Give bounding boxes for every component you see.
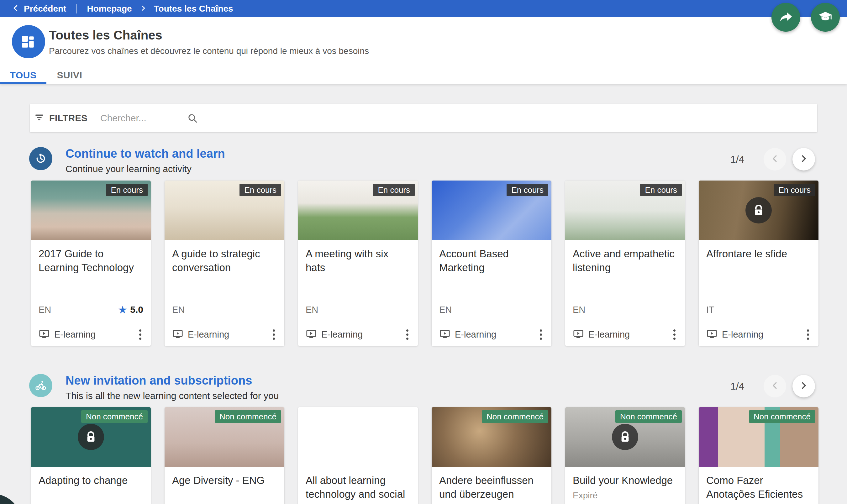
- chevron-left-icon: [12, 4, 20, 14]
- card-menu-button[interactable]: [267, 325, 281, 344]
- status-badge: Non commencé: [615, 410, 682, 423]
- course-card[interactable]: Non commencé Build your Knowledge Expiré: [565, 407, 685, 504]
- continue-card-row: En cours 2017 Guide to Learning Technolo…: [31, 181, 818, 346]
- card-title: All about learning technology and social…: [298, 467, 418, 504]
- card-title: Affrontare le sfide: [699, 240, 818, 261]
- course-type-label: E-learning: [455, 329, 496, 340]
- carousel-next-button[interactable]: [792, 148, 815, 170]
- status-badge: En cours: [106, 184, 148, 196]
- section-new-title[interactable]: New invitation and subscriptions: [66, 374, 279, 388]
- course-card[interactable]: Non commencé Andere beeinflussen und übe…: [432, 407, 552, 504]
- card-title: Adapting to change: [31, 467, 151, 487]
- new-card-row: Non commencé Adapting to change Non comm…: [31, 407, 818, 504]
- filters-button[interactable]: FILTRES: [30, 104, 92, 132]
- card-menu-button[interactable]: [801, 325, 815, 344]
- card-title: Como Fazer Anotações Eficientes para Aum…: [699, 467, 818, 504]
- tab-suivi[interactable]: SUIVI: [47, 67, 93, 84]
- breadcrumb-current: Toutes les Chaînes: [154, 4, 233, 14]
- status-badge: En cours: [507, 184, 548, 196]
- card-title: Active and empathetic listening: [565, 240, 685, 274]
- language-label: EN: [39, 305, 51, 315]
- rating-value: 5.0: [130, 304, 143, 315]
- card-footer: E-learning: [432, 323, 552, 346]
- status-badge: En cours: [640, 184, 682, 196]
- language-label: EN: [306, 305, 318, 315]
- card-meta-row: EN ★ 5.0: [39, 303, 143, 316]
- card-menu-button[interactable]: [534, 325, 548, 344]
- page-title: Toutes les Chaînes: [49, 28, 369, 42]
- elearning-icon: [439, 328, 450, 341]
- carousel-prev-button[interactable]: [763, 375, 786, 397]
- language-label: EN: [172, 305, 185, 315]
- course-thumbnail: Non commencé: [565, 407, 685, 467]
- rating: ★ 5.0: [118, 304, 143, 315]
- status-badge: En cours: [239, 184, 281, 196]
- course-card[interactable]: En cours A meeting with six hats EN E-le…: [298, 181, 418, 346]
- filter-bar: FILTRES: [30, 104, 817, 132]
- tab-tous[interactable]: TOUS: [0, 67, 47, 84]
- course-card[interactable]: En cours Affrontare le sfide IT E-learni…: [699, 181, 818, 346]
- channels-grid-icon: [12, 25, 45, 58]
- section-new-pager: 1/4: [731, 375, 815, 397]
- filters-label: FILTRES: [49, 113, 88, 124]
- lock-icon: [78, 424, 104, 450]
- chevron-right-icon: [799, 154, 808, 165]
- page-subtitle: Parcourez vos chaînes et découvrez le co…: [49, 46, 369, 56]
- bicycle-icon: [29, 374, 52, 397]
- course-card[interactable]: En cours A guide to strategic conversati…: [165, 181, 284, 346]
- tab-bar: TOUS SUIVI: [0, 67, 93, 84]
- card-meta-row: EN: [306, 303, 410, 316]
- card-footer: E-learning: [31, 323, 151, 346]
- status-badge: Non commencé: [749, 410, 815, 423]
- course-thumbnail: En cours: [165, 181, 284, 240]
- card-menu-button[interactable]: [133, 325, 147, 344]
- elearning-icon: [573, 328, 584, 341]
- pagination-label: 1/4: [731, 380, 744, 392]
- status-badge: En cours: [373, 184, 415, 196]
- back-button[interactable]: Précédent: [12, 4, 66, 14]
- card-title: A meeting with six hats: [298, 240, 418, 274]
- course-type-label: E-learning: [188, 329, 229, 340]
- course-card[interactable]: Non commencé Adapting to change: [31, 407, 151, 504]
- card-title: Age Diversity - ENG: [165, 467, 284, 487]
- card-meta-row: EN: [172, 303, 277, 316]
- chevron-right-icon: [140, 5, 146, 13]
- card-title: Account Based Marketing: [432, 240, 552, 274]
- star-icon: ★: [118, 304, 127, 315]
- status-badge: Non commencé: [482, 410, 548, 423]
- course-card[interactable]: En cours Active and empathetic listening…: [565, 181, 685, 346]
- course-card[interactable]: All about learning technology and social…: [298, 407, 418, 504]
- education-fab[interactable]: [811, 3, 840, 32]
- section-continue-subtitle: Continue your learning activity: [66, 164, 225, 174]
- course-thumbnail: En cours: [699, 181, 818, 240]
- card-title: 2017 Guide to Learning Technology: [31, 240, 151, 274]
- section-continue-title[interactable]: Continue to watch and learn: [66, 147, 225, 161]
- section-new-subtitle: This is all the new learning content sel…: [66, 391, 279, 401]
- card-footer: E-learning: [565, 323, 685, 346]
- course-card[interactable]: En cours Account Based Marketing EN E-le…: [432, 181, 552, 346]
- carousel-next-button[interactable]: [792, 375, 815, 397]
- corner-overlay: [0, 494, 21, 504]
- breadcrumb-homepage[interactable]: Homepage: [87, 4, 132, 14]
- language-label: EN: [439, 305, 452, 315]
- topbar-divider: [76, 4, 77, 14]
- course-card[interactable]: En cours 2017 Guide to Learning Technolo…: [31, 181, 151, 346]
- card-menu-button[interactable]: [400, 325, 414, 344]
- search-box: [92, 104, 209, 132]
- card-meta-row: EN: [573, 303, 678, 316]
- course-card[interactable]: Non commencé Age Diversity - ENG: [165, 407, 284, 504]
- language-label: EN: [573, 305, 585, 315]
- course-thumbnail: Non commencé: [432, 407, 552, 467]
- card-footer: E-learning: [699, 323, 818, 346]
- status-badge: En cours: [774, 184, 815, 196]
- course-type-label: E-learning: [722, 329, 763, 340]
- share-fab[interactable]: [772, 3, 800, 32]
- card-menu-button[interactable]: [667, 325, 681, 344]
- section-new-header: New invitation and subscriptions This is…: [29, 374, 279, 401]
- carousel-prev-button[interactable]: [763, 148, 786, 170]
- card-meta-row: IT: [706, 303, 811, 316]
- course-thumbnail: En cours: [31, 181, 151, 240]
- card-status-note: Expiré: [565, 487, 685, 501]
- course-card[interactable]: Non commencé Como Fazer Anotações Eficie…: [699, 407, 818, 504]
- chevron-left-icon: [770, 154, 780, 165]
